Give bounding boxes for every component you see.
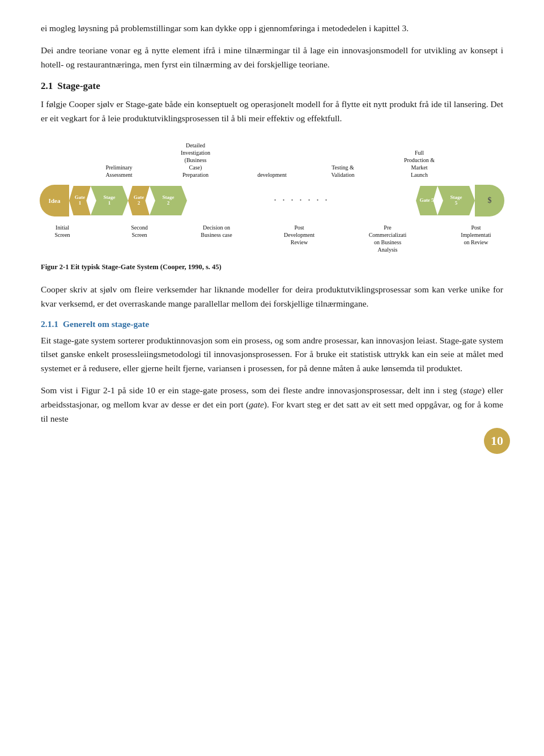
diagram-connector-dots: · · · · · · · — [187, 194, 416, 206]
top-label-development: development — [246, 171, 298, 179]
gate-2-shape: Gate2 — [128, 186, 150, 215]
paragraph-cooper-comment: Cooper skriv at sjølv om fleire verksemd… — [41, 283, 503, 311]
bottom-label-pre-comm: PreCommercialization BusinessAnalysis — [359, 224, 416, 253]
top-label-preliminary: PreliminaryAssessment — [94, 164, 144, 179]
gate-2-label: Gate2 — [134, 195, 144, 206]
stage-5-shape: Stage5 — [437, 186, 475, 215]
bottom-label-post-impl: PostImplementation Review — [448, 224, 504, 246]
diagram-bottom-labels: InitialScreen SecondScreen Decision onBu… — [40, 224, 504, 253]
gate-5-shape: Gate 5 — [416, 186, 437, 215]
section-2-1-title: Stage-gate — [57, 80, 100, 92]
paragraph-stage-gate: I følgje Cooper sjølv er Stage-gate både… — [41, 97, 503, 126]
stage-1-shape: Stage1 — [91, 186, 128, 215]
section-2-1-heading: 2.1 Stage-gate — [41, 80, 503, 92]
gate-1-shape: Gate1 — [69, 186, 91, 215]
paragraph-generelt: Eit stage-gate system sorterer produktin… — [41, 334, 503, 376]
page-number: 10 — [484, 428, 510, 454]
paragraph-som-vist: Som vist i Figur 2-1 på side 10 er ein s… — [41, 384, 503, 426]
section-2-1-number: 2.1 — [41, 80, 53, 92]
bottom-label-decision: Decision onBusiness case — [194, 224, 239, 239]
gate-5-label: Gate 5 — [419, 198, 434, 203]
stage-gate-diagram: PreliminaryAssessment DetailedInvestigat… — [41, 142, 503, 253]
section-2-1-1-number: 2.1.1 — [41, 319, 58, 329]
idea-shape: Idea — [40, 185, 69, 216]
end-label: $ — [488, 196, 492, 205]
p6-start: Som vist i Figur 2-1 på side 10 er ein s… — [41, 385, 463, 395]
bottom-label-initial: InitialScreen — [40, 224, 85, 239]
paragraph-intro2: Dei andre teoriane vonar eg å nytte elem… — [41, 44, 503, 72]
diagram-shapes-row: Idea Gate1 Stage1 Gate2 Stage2 · · · · ·… — [40, 181, 504, 220]
top-label-detailed: DetailedInvestigation(BusinessCase)Prepa… — [164, 142, 227, 179]
page-content: ei mogleg løysning på problemstillingar … — [0, 0, 544, 468]
idea-label: Idea — [49, 197, 61, 204]
section-2-1-1-heading: 2.1.1 Generelt om stage-gate — [41, 319, 503, 329]
p6-italic2: gate — [249, 400, 264, 409]
stage-1-label: Stage1 — [104, 195, 116, 206]
stage-5-label: Stage5 — [450, 195, 462, 206]
diagram-top-labels: PreliminaryAssessment DetailedInvestigat… — [40, 142, 504, 179]
stage-2-shape: Stage2 — [150, 186, 187, 215]
bottom-label-second: SecondScreen — [117, 224, 162, 239]
bottom-label-post-dev: PostDevelopmentReview — [271, 224, 328, 246]
gate-1-label: Gate1 — [75, 195, 86, 206]
paragraph-intro1: ei mogleg løysning på problemstillingar … — [41, 22, 503, 36]
figure-caption: Figur 2-1 Eit typisk Stage-Gate System (… — [41, 261, 503, 273]
p6-italic: stage — [463, 385, 482, 395]
section-2-1-1-title: Generelt om stage-gate — [63, 319, 149, 329]
top-label-testing: Testing &Validation — [317, 164, 368, 179]
top-label-full-production: FullProduction &MarketLaunch — [388, 149, 450, 179]
end-shape: $ — [475, 185, 504, 216]
stage-2-label: Stage2 — [163, 195, 175, 206]
